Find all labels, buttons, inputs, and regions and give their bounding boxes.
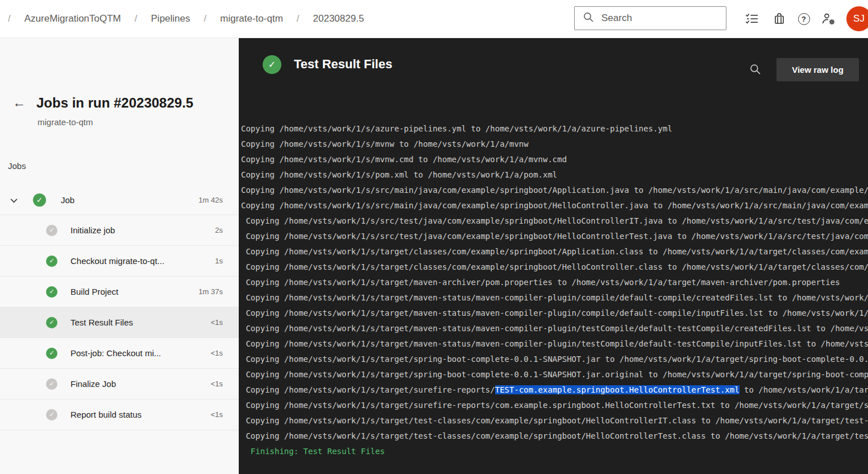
user-settings-icon[interactable] bbox=[821, 11, 836, 26]
step-label: Finalize Job bbox=[70, 379, 116, 389]
search-icon bbox=[583, 11, 594, 25]
log-line: Copying /home/vsts/work/1/s/azure-pipeli… bbox=[241, 121, 868, 137]
log-line: Copying /home/vsts/work/1/s/target/suref… bbox=[241, 382, 868, 398]
step-duration: <1s bbox=[211, 349, 223, 357]
chevron-down-icon[interactable] bbox=[9, 196, 19, 208]
breadcrumb-item-pipelines[interactable]: Pipelines bbox=[151, 13, 190, 24]
step-row-build-project[interactable]: ✓Build Project1m 37s bbox=[0, 277, 239, 307]
selected-log-text: TEST-com.example.springboot.HelloControl… bbox=[495, 385, 740, 394]
breadcrumb-separator: / bbox=[204, 13, 207, 24]
run-subtitle: migrate-to-qtm bbox=[38, 117, 93, 127]
log-line: Finishing: Test Result Files bbox=[241, 444, 868, 459]
top-bar: / AzureMigrationToQTM / Pipelines / migr… bbox=[0, 0, 868, 38]
step-label: Checkout migrate-to-qt... bbox=[70, 256, 164, 266]
back-arrow-icon[interactable]: ← bbox=[13, 96, 26, 109]
breadcrumb-item-pipeline[interactable]: migrate-to-qtm bbox=[220, 13, 283, 24]
step-row-finalize-job[interactable]: ✓Finalize Job<1s bbox=[0, 369, 239, 399]
success-check-icon: ✓ bbox=[46, 255, 57, 267]
job-label: Job bbox=[61, 195, 74, 205]
avatar-initials: SJ bbox=[853, 13, 865, 24]
step-label: Post-job: Checkout mi... bbox=[70, 348, 161, 358]
question-mark-glyph: ? bbox=[798, 13, 810, 25]
log-line: Copying /home/vsts/work/1/s/src/main/jav… bbox=[241, 198, 868, 213]
step-label: Test Result Files bbox=[70, 318, 133, 327]
success-check-icon: ✓ bbox=[46, 317, 57, 328]
log-panel: ✓ Test Result Files View raw log Copying… bbox=[239, 38, 868, 474]
log-line: Copying /home/vsts/work/1/s/mvnw.cmd to … bbox=[241, 152, 868, 167]
log-line: Copying /home/vsts/work/1/s/src/main/jav… bbox=[241, 183, 868, 198]
log-line: Copying /home/vsts/work/1/s/target/class… bbox=[241, 244, 868, 259]
step-duration: <1s bbox=[211, 380, 223, 388]
success-check-icon: ✓ bbox=[33, 193, 46, 207]
neutral-check-icon: ✓ bbox=[46, 409, 57, 421]
breadcrumb: / AzureMigrationToQTM / Pipelines / migr… bbox=[8, 0, 364, 38]
log-line: Copying /home/vsts/work/1/s/target/sprin… bbox=[241, 367, 868, 382]
avatar[interactable]: SJ bbox=[846, 6, 868, 31]
step-duration: 2s bbox=[215, 226, 223, 234]
log-line: Copying /home/vsts/work/1/s/target/suref… bbox=[241, 398, 868, 413]
success-check-icon: ✓ bbox=[46, 286, 57, 298]
log-line: Copying /home/vsts/work/1/s/target/maven… bbox=[241, 290, 868, 306]
search-input[interactable] bbox=[600, 12, 726, 24]
jobs-sidebar: ← Jobs in run #20230829.5 migrate-to-qtm… bbox=[0, 38, 239, 474]
log-line: Copying /home/vsts/work/1/s/pom.xml to /… bbox=[241, 167, 868, 183]
success-check-icon: ✓ bbox=[46, 348, 57, 359]
log-panel-title: Test Result Files bbox=[294, 57, 392, 72]
jobs-section-label: Jobs bbox=[8, 161, 26, 171]
log-line: Copying /home/vsts/work/1/s/target/maven… bbox=[241, 275, 868, 290]
marketplace-bag-icon[interactable] bbox=[772, 11, 787, 26]
step-row-report-build-status[interactable]: ✓Report build status<1s bbox=[0, 399, 239, 430]
task-list-icon[interactable] bbox=[744, 11, 759, 26]
log-line: Copying /home/vsts/work/1/s/target/test-… bbox=[241, 413, 868, 428]
step-row-checkout-migrate-to-qt[interactable]: ✓Checkout migrate-to-qt...1s bbox=[0, 246, 239, 277]
log-line: Copying /home/vsts/work/1/s/mvnw to /hom… bbox=[241, 137, 868, 152]
breadcrumb-item-run[interactable]: 20230829.5 bbox=[313, 13, 364, 24]
step-row-initialize-job[interactable]: ✓Initialize job2s bbox=[0, 215, 239, 246]
breadcrumb-item-project[interactable]: AzureMigrationToQTM bbox=[24, 13, 121, 24]
step-label: Build Project bbox=[70, 287, 118, 296]
breadcrumb-separator: / bbox=[135, 13, 138, 24]
search-box[interactable] bbox=[574, 6, 726, 30]
breadcrumb-separator: / bbox=[8, 13, 11, 24]
step-duration: <1s bbox=[211, 318, 223, 327]
step-duration: <1s bbox=[211, 410, 223, 419]
log-line: Copying /home/vsts/work/1/s/target/maven… bbox=[241, 336, 868, 352]
step-label: Initialize job bbox=[70, 225, 115, 235]
log-output[interactable]: Copying /home/vsts/work/1/s/azure-pipeli… bbox=[241, 121, 868, 474]
run-title: Jobs in run #20230829.5 bbox=[36, 95, 193, 111]
job-row[interactable]: ✓ Job 1m 42s bbox=[0, 185, 239, 215]
breadcrumb-separator: / bbox=[297, 13, 300, 24]
steps-list: ✓Initialize job2s✓Checkout migrate-to-qt… bbox=[0, 215, 239, 430]
step-row-test-result-files[interactable]: ✓Test Result Files<1s bbox=[0, 307, 239, 338]
step-success-icon: ✓ bbox=[263, 55, 281, 74]
step-label: Report build status bbox=[70, 410, 142, 419]
log-line: Copying /home/vsts/work/1/s/target/maven… bbox=[241, 306, 868, 321]
step-row-post-job-checkout-mi[interactable]: ✓Post-job: Checkout mi...<1s bbox=[0, 338, 239, 369]
log-line: Copying /home/vsts/work/1/s/target/class… bbox=[241, 259, 868, 275]
jobs-list: ✓ Job 1m 42s ✓Initialize job2s✓Checkout … bbox=[0, 185, 239, 430]
log-line: Copying /home/vsts/work/1/s/target/maven… bbox=[241, 321, 868, 336]
step-duration: 1m 37s bbox=[198, 287, 223, 296]
log-line: Copying /home/vsts/work/1/s/src/test/jav… bbox=[241, 229, 868, 244]
neutral-check-icon: ✓ bbox=[46, 378, 57, 390]
view-raw-log-button[interactable]: View raw log bbox=[776, 58, 859, 81]
log-line: Copying /home/vsts/work/1/s/src/test/jav… bbox=[241, 213, 868, 229]
help-icon[interactable]: ? bbox=[796, 11, 811, 26]
job-duration: 1m 42s bbox=[198, 196, 223, 204]
log-line: Copying /home/vsts/work/1/s/target/sprin… bbox=[241, 352, 868, 367]
step-duration: 1s bbox=[215, 257, 223, 265]
neutral-check-icon: ✓ bbox=[46, 225, 57, 236]
log-line: Copying /home/vsts/work/1/s/target/test-… bbox=[241, 428, 868, 444]
log-search-icon[interactable] bbox=[749, 63, 761, 77]
